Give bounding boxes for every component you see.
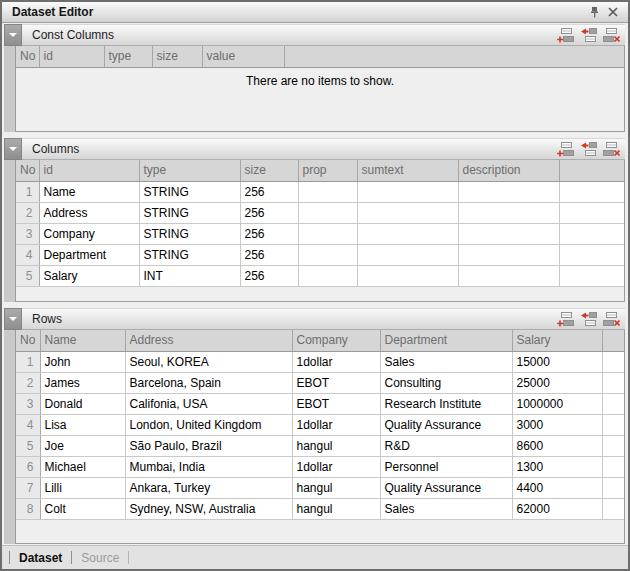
table-row[interactable]: 7LilliAnkara, TurkeyhangulQuality Assura… [16, 477, 624, 498]
table-row[interactable]: 5JoeSão Paulo, BrazilhangulR&D8600 [16, 435, 624, 456]
row-number[interactable]: 5 [16, 265, 39, 286]
column-header-salary[interactable]: Salary [512, 330, 602, 351]
column-header-prop[interactable]: prop [298, 160, 357, 181]
cell[interactable]: hangul [292, 435, 380, 456]
column-header-no[interactable]: No [16, 330, 40, 351]
cell[interactable]: Name [39, 181, 139, 202]
cell[interactable] [357, 223, 458, 244]
cell[interactable]: 15000 [512, 351, 602, 372]
cell[interactable]: Quality Assurance [380, 477, 512, 498]
cell[interactable]: Company [39, 223, 139, 244]
collapse-arrow-icon[interactable] [4, 308, 22, 330]
row-number[interactable]: 1 [16, 181, 39, 202]
table-row[interactable]: 3CompanySTRING256 [16, 223, 624, 244]
cell[interactable]: London, United Kingdom [125, 414, 292, 435]
table-row[interactable]: 4DepartmentSTRING256 [16, 244, 624, 265]
column-header-id[interactable]: id [39, 160, 139, 181]
cell[interactable] [458, 244, 559, 265]
column-header-sumtext[interactable]: sumtext [357, 160, 458, 181]
cell[interactable]: Department [39, 244, 139, 265]
column-header-no[interactable]: No [16, 160, 39, 181]
row-number[interactable]: 6 [16, 456, 40, 477]
cell[interactable]: 256 [240, 244, 298, 265]
cell[interactable]: 256 [240, 265, 298, 286]
insert-row-icon[interactable] [580, 312, 597, 327]
cell[interactable]: Barcelona, Spain [125, 372, 292, 393]
column-header-name[interactable]: Name [40, 330, 125, 351]
cell[interactable]: Lisa [40, 414, 125, 435]
cell[interactable] [458, 202, 559, 223]
cell[interactable] [298, 244, 357, 265]
cell[interactable]: 1000000 [512, 393, 602, 414]
row-number[interactable]: 7 [16, 477, 40, 498]
cell[interactable] [298, 181, 357, 202]
cell[interactable] [357, 265, 458, 286]
tab-dataset[interactable]: Dataset [19, 551, 62, 565]
table-row[interactable]: 3DonaldCalifonia, USAEBOTResearch Instit… [16, 393, 624, 414]
column-header-address[interactable]: Address [125, 330, 292, 351]
column-header-size[interactable]: size [240, 160, 298, 181]
add-row-icon[interactable] [557, 312, 574, 327]
cell[interactable]: Donald [40, 393, 125, 414]
tab-source[interactable]: Source [81, 551, 119, 565]
row-number[interactable]: 8 [16, 498, 40, 519]
collapse-arrow-icon[interactable] [4, 138, 22, 160]
cell[interactable] [357, 202, 458, 223]
cell[interactable]: STRING [139, 223, 240, 244]
cell[interactable]: hangul [292, 498, 380, 519]
add-row-icon[interactable] [557, 142, 574, 157]
cell[interactable]: EBOT [292, 393, 380, 414]
cell[interactable]: hangul [292, 477, 380, 498]
cell[interactable]: James [40, 372, 125, 393]
cell[interactable]: John [40, 351, 125, 372]
cell[interactable] [298, 202, 357, 223]
cell[interactable]: 3000 [512, 414, 602, 435]
cell[interactable]: Salary [39, 265, 139, 286]
insert-row-icon[interactable] [580, 142, 597, 157]
close-icon[interactable] [605, 4, 621, 20]
table-row[interactable]: 5SalaryINT256 [16, 265, 624, 286]
cell[interactable]: 256 [240, 202, 298, 223]
cell[interactable]: 4400 [512, 477, 602, 498]
delete-row-icon[interactable] [603, 28, 620, 43]
cell[interactable]: Address [39, 202, 139, 223]
cell[interactable]: Ankara, Turkey [125, 477, 292, 498]
row-number[interactable]: 5 [16, 435, 40, 456]
cell[interactable]: 1dollar [292, 351, 380, 372]
table-row[interactable]: 6MichaelMumbai, India1dollarPersonnel130… [16, 456, 624, 477]
cell[interactable]: EBOT [292, 372, 380, 393]
cell[interactable]: 1300 [512, 456, 602, 477]
delete-row-icon[interactable] [603, 142, 620, 157]
cell[interactable]: Research Institute [380, 393, 512, 414]
table-row[interactable]: 1JohnSeoul, KOREA1dollarSales15000 [16, 351, 624, 372]
cell[interactable] [357, 181, 458, 202]
cell[interactable]: 25000 [512, 372, 602, 393]
cell[interactable]: São Paulo, Brazil [125, 435, 292, 456]
row-number[interactable]: 4 [16, 244, 39, 265]
cell[interactable]: Lilli [40, 477, 125, 498]
column-header-id[interactable]: id [39, 46, 104, 67]
row-number[interactable]: 1 [16, 351, 40, 372]
cell[interactable] [458, 265, 559, 286]
cell[interactable]: 1dollar [292, 414, 380, 435]
pin-icon[interactable] [586, 4, 602, 20]
cell[interactable]: Joe [40, 435, 125, 456]
cell[interactable]: 256 [240, 223, 298, 244]
collapse-arrow-icon[interactable] [4, 24, 22, 46]
cell[interactable] [298, 265, 357, 286]
add-row-icon[interactable] [557, 28, 574, 43]
cell[interactable] [298, 223, 357, 244]
row-number[interactable]: 3 [16, 223, 39, 244]
cell[interactable] [458, 181, 559, 202]
column-header-type[interactable]: type [104, 46, 152, 67]
cell[interactable]: R&D [380, 435, 512, 456]
column-header-no[interactable]: No [16, 46, 39, 67]
cell[interactable]: Michael [40, 456, 125, 477]
cell[interactable]: 62000 [512, 498, 602, 519]
table-row[interactable]: 2JamesBarcelona, SpainEBOTConsulting2500… [16, 372, 624, 393]
cell[interactable]: Sales [380, 498, 512, 519]
cell[interactable]: Sydney, NSW, Australia [125, 498, 292, 519]
cell[interactable]: 1dollar [292, 456, 380, 477]
column-header-department[interactable]: Department [380, 330, 512, 351]
cell[interactable]: 8600 [512, 435, 602, 456]
